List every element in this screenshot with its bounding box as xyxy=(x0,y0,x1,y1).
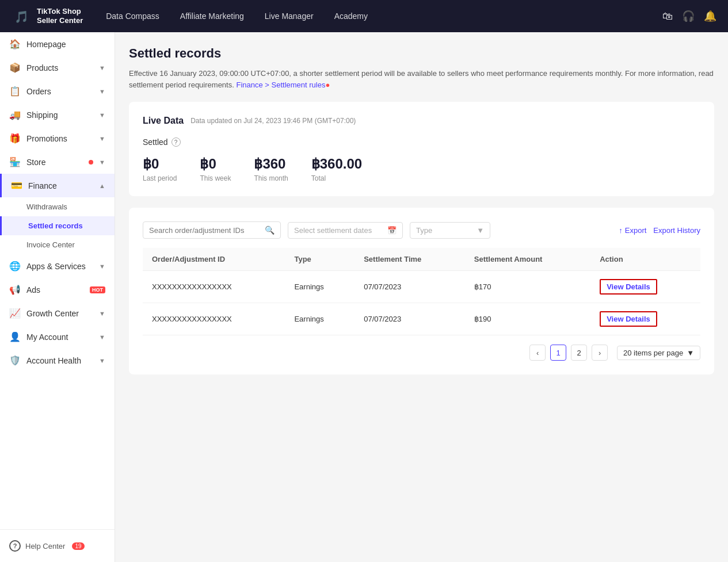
sidebar-item-store[interactable]: 🏪 Store ▼ xyxy=(0,150,115,174)
nav-affiliate-marketing[interactable]: Affiliate Marketing xyxy=(180,12,244,21)
per-page-chevron: ▼ xyxy=(687,349,694,357)
sidebar-item-products[interactable]: 📦 Products ▼ xyxy=(0,56,115,79)
pagination-row: ‹ 1 2 › 20 items per page ▼ xyxy=(143,345,700,361)
sidebar-label-finance: Finance xyxy=(28,181,93,190)
orders-icon: 📋 xyxy=(9,86,21,97)
stat-label-total: Total xyxy=(311,174,362,182)
table-row: XXXXXXXXXXXXXXXX Earnings 07/07/2023 ฿17… xyxy=(143,271,700,303)
store-dot xyxy=(89,160,93,165)
sidebar-label-orders: Orders xyxy=(26,87,93,96)
sidebar-item-orders[interactable]: 📋 Orders ▼ xyxy=(0,79,115,103)
sidebar-item-finance[interactable]: 💳 Finance ▲ xyxy=(0,174,115,197)
sidebar-item-apps-services[interactable]: 🌐 Apps & Services ▼ xyxy=(0,254,115,278)
sidebar-label-shipping: Shipping xyxy=(26,110,93,120)
sidebar-label-account: My Account xyxy=(26,332,93,342)
filters-row: 🔍 Select settlement dates 📅 Type ▼ ↑ Exp… xyxy=(143,221,700,239)
settled-info-icon[interactable]: ? xyxy=(171,137,181,147)
settled-records-table: Order/Adjustment ID Type Settlement Time… xyxy=(143,248,700,335)
stats-row: ฿0 Last period ฿0 This week ฿360 This mo… xyxy=(143,156,700,182)
sidebar-item-invoice-center[interactable]: Invoice Center xyxy=(0,235,115,254)
row1-settlement-time: 07/07/2023 xyxy=(355,271,465,303)
shop-icon[interactable]: 🛍 xyxy=(662,10,673,22)
logo-text: TikTok Shop Seller Center xyxy=(37,7,83,25)
per-page-select[interactable]: 20 items per page ▼ xyxy=(617,346,700,360)
next-page-button[interactable]: › xyxy=(592,345,608,361)
finance-submenu: Withdrawals Settled records Invoice Cent… xyxy=(0,197,115,254)
dot-indicator: ● xyxy=(325,81,330,89)
stat-value-this-week: ฿0 xyxy=(200,156,231,172)
sidebar-item-my-account[interactable]: 👤 My Account ▼ xyxy=(0,325,115,349)
sidebar-item-withdrawals[interactable]: Withdrawals xyxy=(0,197,115,216)
chevron-health: ▼ xyxy=(99,357,105,364)
search-wrap[interactable]: 🔍 xyxy=(143,221,281,239)
stat-value-last-period: ฿0 xyxy=(143,156,177,172)
row2-type: Earnings xyxy=(285,303,355,335)
chevron-shipping: ▼ xyxy=(99,112,105,118)
account-icon: 👤 xyxy=(9,331,21,342)
sidebar-item-settled-records[interactable]: Settled records xyxy=(0,216,115,235)
live-data-timestamp: Data updated on Jul 24, 2023 19:46 PM (G… xyxy=(190,117,356,125)
date-picker[interactable]: Select settlement dates 📅 xyxy=(288,222,403,239)
help-icon: ? xyxy=(9,540,21,552)
chevron-promotions: ▼ xyxy=(99,135,105,142)
sidebar-item-ads[interactable]: 📢 Ads HOT xyxy=(0,278,115,301)
sidebar-item-account-health[interactable]: 🛡️ Account Health ▼ xyxy=(0,349,115,372)
table-header-row: Order/Adjustment ID Type Settlement Time… xyxy=(143,248,700,271)
ads-icon: 📢 xyxy=(9,284,21,295)
search-input[interactable] xyxy=(149,226,261,235)
table-card: 🔍 Select settlement dates 📅 Type ▼ ↑ Exp… xyxy=(129,208,714,374)
page-2-button[interactable]: 2 xyxy=(571,345,587,361)
export-button[interactable]: ↑ Export xyxy=(619,226,646,235)
products-icon: 📦 xyxy=(9,62,21,73)
row2-settlement-time: 07/07/2023 xyxy=(355,303,465,335)
app-body: 🏠 Homepage 📦 Products ▼ 📋 Orders ▼ 🚚 Shi… xyxy=(0,32,728,562)
live-data-title: Live Data xyxy=(143,116,184,126)
logo-area[interactable]: 🎵 TikTok Shop Seller Center xyxy=(12,6,83,26)
row1-order-id: XXXXXXXXXXXXXXXX xyxy=(143,271,285,303)
chevron-store: ▼ xyxy=(99,159,105,166)
chevron-apps: ▼ xyxy=(99,263,105,270)
headset-icon[interactable]: 🎧 xyxy=(682,10,695,22)
svg-text:🎵: 🎵 xyxy=(14,10,29,24)
sidebar-label-apps: Apps & Services xyxy=(26,262,93,271)
row2-order-id: XXXXXXXXXXXXXXXX xyxy=(143,303,285,335)
stat-value-this-month: ฿360 xyxy=(254,156,288,172)
sidebar-item-promotions[interactable]: 🎁 Promotions ▼ xyxy=(0,127,115,150)
sidebar-label-promotions: Promotions xyxy=(26,134,93,143)
sidebar-label-growth: Growth Center xyxy=(26,309,93,318)
col-order-id: Order/Adjustment ID xyxy=(143,248,285,271)
sidebar-item-shipping[interactable]: 🚚 Shipping ▼ xyxy=(0,103,115,127)
top-nav: 🎵 TikTok Shop Seller Center Data Compass… xyxy=(0,0,728,32)
nav-data-compass[interactable]: Data Compass xyxy=(106,12,159,21)
settled-label: Settled ? xyxy=(143,137,700,147)
shipping-icon: 🚚 xyxy=(9,109,21,120)
type-select[interactable]: Type ▼ xyxy=(410,222,490,239)
growth-icon: 📈 xyxy=(9,308,21,319)
calendar-icon: 📅 xyxy=(387,226,397,235)
sidebar-item-growth-center[interactable]: 📈 Growth Center ▼ xyxy=(0,301,115,325)
col-type: Type xyxy=(285,248,355,271)
col-settlement-time: Settlement Time xyxy=(355,248,465,271)
export-history-button[interactable]: Export History xyxy=(653,226,700,235)
live-data-card: Live Data Data updated on Jul 24, 2023 1… xyxy=(129,102,714,196)
sidebar-bottom: ? Help Center 19 xyxy=(0,529,115,562)
prev-page-button[interactable]: ‹ xyxy=(529,345,546,361)
info-notice: Effective 16 January 2023, 09:00:00 UTC+… xyxy=(129,68,714,90)
page-1-button[interactable]: 1 xyxy=(550,345,566,361)
sidebar-item-homepage[interactable]: 🏠 Homepage xyxy=(0,32,115,56)
help-center-item[interactable]: ? Help Center 19 xyxy=(0,534,115,557)
sidebar-label-ads: Ads xyxy=(26,285,82,295)
col-settlement-amount: Settlement Amount xyxy=(465,248,590,271)
bell-icon[interactable]: 🔔 xyxy=(704,10,716,22)
stat-label-last-period: Last period xyxy=(143,174,177,182)
sidebar-label-products: Products xyxy=(26,63,93,72)
chevron-products: ▼ xyxy=(99,64,105,71)
page-title: Settled records xyxy=(129,46,714,61)
stat-value-total: ฿360.00 xyxy=(311,156,362,172)
type-placeholder: Type xyxy=(416,226,432,235)
view-details-btn-1[interactable]: View Details xyxy=(600,279,657,295)
nav-academy[interactable]: Academy xyxy=(334,12,368,21)
settlement-rules-link[interactable]: Finance > Settlement rules xyxy=(236,81,325,89)
view-details-btn-2[interactable]: View Details xyxy=(600,311,657,327)
nav-live-manager[interactable]: Live Manager xyxy=(265,12,314,21)
